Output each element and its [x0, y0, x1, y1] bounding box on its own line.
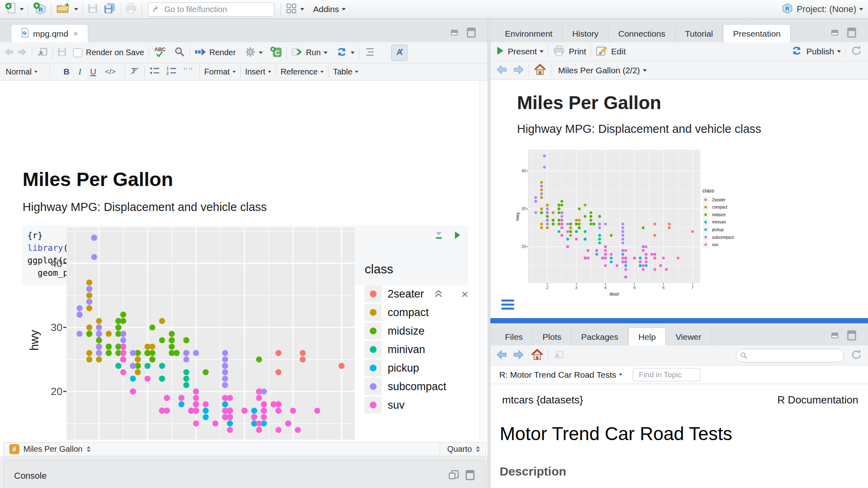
- new-file-icon[interactable]: [5, 2, 17, 17]
- project-selector[interactable]: R Project: (None): [781, 2, 863, 16]
- addins-caret[interactable]: [342, 8, 346, 10]
- table-menu[interactable]: Table: [333, 67, 352, 77]
- slide-selector[interactable]: Miles Per Gallon (2/2): [558, 66, 640, 75]
- tab-connections[interactable]: Connections: [608, 25, 675, 42]
- table-caret[interactable]: [355, 71, 358, 73]
- publish-caret[interactable]: [837, 50, 841, 53]
- find-replace-icon[interactable]: [174, 46, 185, 59]
- minimize-pane-icon[interactable]: [831, 331, 841, 341]
- grid-dropdown-caret[interactable]: [300, 8, 304, 10]
- spellcheck-icon[interactable]: ABC: [154, 46, 167, 60]
- tab-packages[interactable]: Packages: [571, 328, 628, 345]
- present-button[interactable]: Present: [508, 47, 537, 56]
- popout-editor-icon[interactable]: [37, 47, 48, 59]
- mode-updown-icon[interactable]: [476, 446, 480, 452]
- edit-slides-button[interactable]: Edit: [611, 47, 626, 56]
- status-section-label[interactable]: Miles Per Gallon: [23, 445, 83, 454]
- outline-icon[interactable]: [364, 47, 375, 58]
- rerun-icon[interactable]: [336, 46, 348, 59]
- visual-editor-toggle[interactable]: A: [391, 45, 407, 61]
- new-file-dropdown-caret[interactable]: [20, 8, 24, 10]
- render-on-save-checkbox[interactable]: [73, 48, 82, 57]
- print-icon[interactable]: [125, 3, 137, 16]
- run-icon[interactable]: [291, 47, 303, 58]
- slide-forward-icon[interactable]: [512, 64, 524, 77]
- insert-menu[interactable]: Insert: [245, 67, 265, 77]
- insert-chunk-icon[interactable]: C: [270, 46, 282, 60]
- save-all-icon[interactable]: [104, 3, 116, 16]
- minimize-pane-icon[interactable]: [451, 28, 461, 39]
- help-forward-icon[interactable]: [512, 349, 524, 362]
- tab-files[interactable]: Files: [495, 328, 533, 345]
- present-play-icon[interactable]: [496, 45, 504, 58]
- tab-mpg-qmd[interactable]: mpg.qmd ×: [11, 24, 88, 43]
- console-pane[interactable]: Console: [3, 460, 486, 488]
- help-search-input[interactable]: [751, 351, 839, 360]
- code-format-button[interactable]: </>: [105, 68, 116, 76]
- reference-caret[interactable]: [320, 71, 324, 73]
- tab-environment[interactable]: Environment: [495, 25, 563, 42]
- bold-button[interactable]: B: [63, 67, 69, 77]
- render-button[interactable]: Render: [210, 48, 236, 57]
- find-in-topic-box[interactable]: [633, 368, 700, 381]
- console-restore-icon[interactable]: [449, 470, 460, 482]
- document-canvas[interactable]: Miles Per Gallon Highway MPG: Displaceme…: [0, 81, 488, 440]
- help-back-icon[interactable]: [496, 349, 508, 362]
- style-caret[interactable]: [34, 71, 37, 73]
- topic-selector[interactable]: R: Motor Trend Car Road Tests: [499, 370, 616, 380]
- slide-menu-icon[interactable]: [501, 300, 514, 310]
- pane-splitter-vertical[interactable]: [488, 19, 490, 488]
- slide-back-icon[interactable]: [496, 64, 508, 77]
- tab-tutorial[interactable]: Tutorial: [675, 25, 723, 42]
- help-search-box[interactable]: [736, 349, 844, 362]
- section-updown-icon[interactable]: [87, 446, 91, 452]
- tab-close-icon[interactable]: ×: [73, 29, 79, 39]
- help-home-icon[interactable]: [531, 349, 544, 362]
- paragraph-style-select[interactable]: Normal: [6, 67, 31, 77]
- render-gear-caret[interactable]: [259, 52, 263, 54]
- save-doc-icon[interactable]: [57, 47, 67, 58]
- tab-viewer[interactable]: Viewer: [666, 328, 711, 345]
- edit-slides-icon[interactable]: [596, 45, 608, 58]
- publish-button[interactable]: Publish: [806, 47, 834, 56]
- print-slides-button[interactable]: Print: [569, 47, 586, 56]
- save-icon[interactable]: [87, 3, 98, 15]
- tab-presentation[interactable]: Presentation: [723, 24, 791, 43]
- editor-mode-label[interactable]: Quarto: [447, 445, 472, 454]
- reference-menu[interactable]: Reference: [280, 67, 318, 77]
- tab-history[interactable]: History: [563, 25, 608, 42]
- goto-file-input[interactable]: [164, 4, 270, 14]
- run-caret[interactable]: [324, 52, 328, 54]
- pane-splitter-horizontal-active[interactable]: [490, 318, 868, 323]
- tab-help[interactable]: Help: [628, 327, 666, 346]
- present-caret[interactable]: [540, 50, 544, 53]
- bullet-list-icon[interactable]: [149, 66, 160, 77]
- maximize-pane-icon[interactable]: [847, 330, 857, 342]
- format-caret[interactable]: [233, 71, 236, 73]
- slide-selector-caret[interactable]: [643, 69, 647, 72]
- clear-formatting-icon[interactable]: T: [129, 66, 140, 78]
- minimize-pane-icon[interactable]: [831, 28, 841, 39]
- console-maximize-icon[interactable]: [465, 470, 475, 482]
- render-icon[interactable]: [194, 47, 206, 58]
- addins-grid-icon[interactable]: [285, 2, 297, 16]
- refresh-help-icon[interactable]: [850, 349, 862, 362]
- find-in-topic-input[interactable]: [638, 370, 695, 380]
- topic-caret[interactable]: [619, 374, 622, 376]
- blockquote-icon[interactable]: ””: [183, 66, 195, 78]
- italic-button[interactable]: I: [79, 67, 81, 77]
- popout-help-icon[interactable]: [553, 349, 564, 362]
- addins-menu[interactable]: Addins: [313, 4, 339, 14]
- numbered-list-icon[interactable]: 12: [166, 66, 177, 77]
- refresh-presentation-icon[interactable]: [850, 45, 862, 58]
- editor-scrollbar[interactable]: [480, 81, 486, 440]
- open-file-icon[interactable]: [56, 2, 71, 16]
- new-project-icon[interactable]: R: [33, 2, 47, 17]
- forward-icon[interactable]: [17, 47, 27, 58]
- open-file-dropdown-caret[interactable]: [74, 8, 78, 10]
- goto-file-search[interactable]: [148, 2, 274, 17]
- format-menu[interactable]: Format: [204, 67, 230, 77]
- rerun-caret[interactable]: [351, 52, 355, 54]
- tab-plots[interactable]: Plots: [533, 328, 571, 345]
- publish-icon[interactable]: [791, 45, 803, 58]
